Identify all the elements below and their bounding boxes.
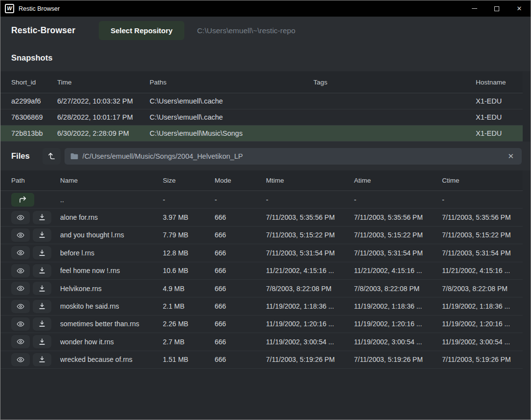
empty-area <box>0 369 531 420</box>
restic-browser-window: W Restic Browser ✕ Restic-Browser Select… <box>0 0 531 420</box>
parent-atime: - <box>354 196 442 204</box>
minimize-button[interactable] <box>463 0 486 17</box>
file-mtime: 7/11/2003, 5:19:26 PM <box>266 356 354 363</box>
download-file-button[interactable] <box>33 335 51 348</box>
titlebar: W Restic Browser ✕ <box>0 0 531 17</box>
file-row[interactable]: feel home now !.rns 10.6 MB 666 11/21/20… <box>0 262 523 280</box>
file-mtime: 11/19/2002, 1:20:16 ... <box>266 320 354 328</box>
col-ctime: Ctime <box>442 177 523 184</box>
eye-icon <box>16 338 25 345</box>
download-icon <box>38 249 46 257</box>
file-row[interactable]: and you thought l.rns 7.79 MB 666 7/11/2… <box>0 227 523 244</box>
file-mtime: 7/11/2003, 5:15:22 PM <box>266 231 354 239</box>
files-bar: Files ✕ <box>0 142 531 170</box>
download-icon <box>38 320 46 328</box>
download-file-button[interactable] <box>33 300 51 313</box>
view-file-button[interactable] <box>11 282 30 295</box>
close-icon: ✕ <box>517 5 522 12</box>
select-repository-button[interactable]: Select Repository <box>99 21 184 40</box>
current-path-input[interactable] <box>83 152 505 160</box>
download-file-button[interactable] <box>33 317 51 331</box>
file-size: 7.79 MB <box>163 231 215 239</box>
file-row[interactable]: before l.rns 12.8 MB 666 7/11/2003, 5:31… <box>0 244 523 262</box>
view-file-button[interactable] <box>11 264 30 277</box>
parent-dir-row[interactable]: .. - - - - - <box>0 191 523 209</box>
close-icon: ✕ <box>508 152 514 160</box>
view-file-button[interactable] <box>11 211 30 224</box>
download-file-button[interactable] <box>33 246 51 259</box>
file-row[interactable]: moskito he said.rns 2.1 MB 666 11/19/200… <box>0 297 523 315</box>
snapshot-hostname: X1-EDU <box>476 113 523 121</box>
download-file-button[interactable] <box>33 353 51 366</box>
file-atime: 11/19/2002, 1:20:16 ... <box>354 320 442 328</box>
view-file-button[interactable] <box>11 246 30 259</box>
col-atime: Atime <box>354 177 442 184</box>
go-to-parent-button[interactable] <box>11 193 34 207</box>
file-atime: 11/21/2002, 4:15:16 ... <box>354 267 442 274</box>
file-mode: 666 <box>215 249 266 257</box>
download-icon <box>38 356 46 363</box>
download-file-button[interactable] <box>33 282 51 295</box>
file-row[interactable]: alone for.rns 3.97 MB 666 7/11/2003, 5:3… <box>0 209 523 226</box>
file-mode: 666 <box>215 356 266 363</box>
file-name: before l.rns <box>60 249 163 257</box>
folder-icon <box>70 153 78 160</box>
maximize-button[interactable] <box>486 0 508 17</box>
clear-path-button[interactable]: ✕ <box>505 151 517 162</box>
file-name: alone for.rns <box>60 213 163 221</box>
file-mode: 666 <box>215 213 266 221</box>
col-time: Time <box>57 79 150 86</box>
snapshot-hostname: X1-EDU <box>476 97 523 105</box>
file-size: 2.7 MB <box>163 338 215 346</box>
snapshot-time: 6/27/2022, 10:03:32 PM <box>57 97 150 105</box>
file-name: feel home now !.rns <box>60 267 163 274</box>
file-atime: 11/19/2002, 3:00:54 ... <box>354 338 442 346</box>
current-path-bar[interactable]: ✕ <box>65 148 522 165</box>
file-row[interactable]: wrecked because of.rns 1.51 MB 666 7/11/… <box>0 351 523 369</box>
view-file-button[interactable] <box>11 335 30 348</box>
file-size: 10.6 MB <box>163 267 215 274</box>
snapshot-row[interactable]: 72b813bb 6/30/2022, 2:28:09 PM C:\Users\… <box>0 126 523 142</box>
file-ctime: 7/11/2003, 5:19:26 PM <box>442 356 523 363</box>
file-size: 2.26 MB <box>163 320 215 328</box>
download-file-button[interactable] <box>33 229 51 242</box>
snapshots-rows: a2299af6 6/27/2022, 10:03:32 PM C:\Users… <box>0 93 523 142</box>
view-file-button[interactable] <box>11 300 30 313</box>
download-icon <box>38 338 46 346</box>
file-mtime: 7/8/2003, 8:22:08 PM <box>266 285 354 293</box>
snapshot-row[interactable]: 76306869 6/28/2022, 10:01:17 PM C:\Users… <box>0 109 523 126</box>
view-file-button[interactable] <box>11 317 30 331</box>
files-table: Path Name Size Mode Mtime Atime Ctime ..… <box>0 170 523 369</box>
view-file-button[interactable] <box>11 353 30 366</box>
level-up-button[interactable] <box>43 148 61 165</box>
snapshot-short-id: a2299af6 <box>11 97 57 105</box>
download-file-button[interactable] <box>33 264 51 277</box>
file-size: 4.9 MB <box>163 285 215 293</box>
file-atime: 7/11/2003, 5:31:54 PM <box>354 249 442 257</box>
file-row[interactable]: sometimes better than.rns 2.26 MB 666 11… <box>0 315 523 333</box>
file-ctime: 11/19/2002, 3:00:54 ... <box>442 338 523 346</box>
file-name: Helvikone.rns <box>60 285 163 293</box>
file-atime: 7/11/2003, 5:35:56 PM <box>354 213 442 221</box>
file-name: sometimes better than.rns <box>60 320 163 328</box>
parent-mode: - <box>215 196 266 204</box>
snapshot-paths: C:\Users\emuell\.cache <box>150 97 313 105</box>
repo-header: Restic-Browser Select Repository C:\User… <box>0 17 531 44</box>
file-row[interactable]: Helvikone.rns 4.9 MB 666 7/8/2003, 8:22:… <box>0 280 523 297</box>
parent-name: .. <box>60 196 163 204</box>
file-mode: 666 <box>215 267 266 274</box>
snapshot-time: 6/30/2022, 2:28:09 PM <box>57 129 150 137</box>
download-file-button[interactable] <box>33 211 51 224</box>
eye-icon <box>16 320 25 328</box>
eye-icon <box>16 249 25 256</box>
snapshot-paths: C:\Users\emuell\Music\Songs <box>150 129 313 137</box>
file-name: wonder how it.rns <box>60 338 163 346</box>
view-file-button[interactable] <box>11 229 30 242</box>
download-icon <box>38 302 46 310</box>
snapshot-row[interactable]: a2299af6 6/27/2022, 10:03:32 PM C:\Users… <box>0 93 523 109</box>
file-row[interactable]: wonder how it.rns 2.7 MB 666 11/19/2002,… <box>0 333 523 351</box>
minimize-icon <box>472 8 477 9</box>
close-button[interactable]: ✕ <box>508 0 531 17</box>
file-mtime: 11/21/2002, 4:15:16 ... <box>266 267 354 274</box>
file-ctime: 11/19/2002, 1:20:16 ... <box>442 320 523 328</box>
